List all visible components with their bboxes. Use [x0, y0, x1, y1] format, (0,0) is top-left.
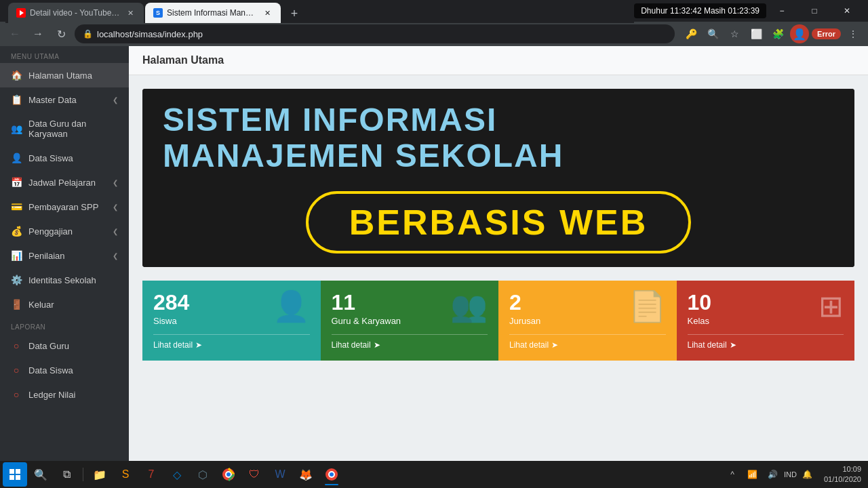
profile-button[interactable]: 👤	[790, 24, 809, 43]
stat-kelas-detail[interactable]: Lihat detail ➤	[688, 334, 844, 350]
sidebar-item-laporan-siswa[interactable]: ○ Data Siswa	[0, 358, 129, 382]
sidebar-item-penggajian[interactable]: 💰 Penggajian ❮	[0, 219, 129, 243]
content-area: SISTEM INFORMASI MANAJEMEN SEKOLAH BERBA…	[129, 75, 868, 374]
tab-youtube-title: Detail video - YouTube Studio	[30, 8, 121, 18]
tab-youtube-close[interactable]: ✕	[125, 7, 136, 18]
banner-web-box: BERBASIS WEB	[306, 191, 691, 253]
banner-area: SISTEM INFORMASI MANAJEMEN SEKOLAH BERBA…	[142, 89, 854, 267]
sidebar-item-pembayaran[interactable]: 💳 Pembayaran SPP ❮	[0, 195, 129, 219]
taskbar-chrome-active[interactable]	[319, 462, 344, 487]
lock-icon: 🔒	[83, 29, 93, 39]
stat-guru-detail[interactable]: Lihat detail ➤	[332, 334, 488, 350]
sidebar-item-penilaian[interactable]: 📊 Penilaian ❮	[0, 243, 129, 268]
master-data-icon: 📋	[11, 94, 22, 105]
siswa-icon: 👤	[11, 152, 22, 163]
taskbar-antivirus[interactable]: 🛡	[242, 462, 267, 487]
stats-row: 284 Siswa 👤 Lihat detail ➤ 11 Guru & Kar…	[142, 281, 854, 361]
home-icon: 🏠	[11, 70, 22, 81]
new-tab-button[interactable]: +	[285, 4, 304, 23]
banner-title2: MANAJEMEN SEKOLAH	[163, 138, 834, 174]
stat-siswa-detail[interactable]: Lihat detail ➤	[153, 334, 310, 350]
svg-rect-0	[9, 469, 14, 474]
main-content: Halaman Utama SISTEM INFORMASI MANAJEMEN…	[129, 46, 868, 464]
banner-title1: SISTEM INFORMASI	[163, 102, 834, 138]
sidebar-penilaian-label: Penilaian	[28, 251, 106, 261]
penilaian-arrow-icon: ❮	[113, 252, 118, 260]
sidebar-jadwal-label: Jadwal Pelajaran	[28, 178, 106, 188]
stat-guru: 11 Guru & Karyawan 👥 Lihat detail ➤	[321, 281, 499, 361]
url-bar[interactable]: 🔒 localhost/simasa/index.php	[75, 24, 675, 43]
minimize-button[interactable]: −	[766, 0, 797, 22]
profile-avatar: 👤	[793, 28, 806, 41]
youtube-favicon	[16, 8, 26, 18]
taskbar-winrar[interactable]: 7	[139, 462, 163, 487]
laporan-guru-icon: ○	[11, 340, 22, 351]
sidebar-item-jadwal[interactable]: 📅 Jadwal Pelajaran ❮	[0, 170, 129, 195]
sidebar: MENU UTAMA 🏠 Halaman Utama 📋 Master Data…	[0, 46, 129, 464]
taskbar-vscode[interactable]: ◇	[165, 462, 189, 487]
stat-jurusan: 2 Jurusan 📄 Lihat detail ➤	[498, 281, 677, 361]
cast-icon[interactable]: ⬜	[747, 24, 766, 43]
taskbar-chrome[interactable]	[216, 462, 241, 487]
extensions-icon[interactable]: 🧩	[768, 24, 787, 43]
taskbar-firefox[interactable]: 🦊	[294, 462, 318, 487]
laporan-label: LAPORAN	[0, 317, 129, 333]
sidebar-item-data-siswa[interactable]: 👤 Data Siswa	[0, 146, 129, 170]
show-hidden-icons[interactable]: ^	[723, 465, 742, 484]
sidebar-siswa-label: Data Siswa	[28, 153, 118, 163]
taskbar-explorer[interactable]: 📁	[87, 462, 112, 487]
taskbar-sublimetext[interactable]: S	[113, 462, 138, 487]
back-button[interactable]: ←	[5, 24, 24, 43]
penilaian-icon: 📊	[11, 250, 22, 261]
maximize-button[interactable]: □	[799, 0, 830, 22]
pembayaran-arrow-icon: ❮	[113, 203, 118, 211]
taskbar-clock[interactable]: 10:09 01/10/2020	[820, 464, 865, 485]
sidebar-master-data-label: Master Data	[28, 95, 106, 105]
sidebar-item-ledger-nilai[interactable]: ○ Ledger Nilai	[0, 382, 129, 407]
kelas-stat-icon: ⊞	[818, 289, 844, 323]
taskbar-word[interactable]: W	[268, 462, 292, 487]
sidebar-pembayaran-label: Pembayaran SPP	[28, 202, 106, 212]
keluar-icon: 🚪	[11, 299, 22, 310]
error-badge[interactable]: Error	[812, 28, 841, 39]
guru-stat-icon: 👥	[450, 289, 488, 324]
window-controls: − □ ✕	[766, 0, 863, 22]
taskbar-vmware[interactable]: ⬡	[191, 462, 215, 487]
star-icon[interactable]: ☆	[725, 24, 744, 43]
volume-icon[interactable]: 🔊	[764, 465, 783, 484]
reload-button[interactable]: ↻	[52, 24, 71, 43]
ledger-icon: ○	[11, 389, 22, 400]
menu-icon[interactable]: ⋮	[844, 24, 863, 43]
tab-simasa[interactable]: S Sistem Informasi Manajemen - S... ✕	[145, 3, 281, 23]
svg-rect-1	[16, 469, 20, 474]
arrow-right-icon: ➤	[195, 340, 202, 350]
sidebar-item-master-data[interactable]: 📋 Master Data ❮	[0, 87, 129, 112]
network-icon[interactable]: 📶	[743, 465, 762, 484]
taskbar: 🔍 ⧉ 📁 S 7 ◇ ⬡ 🛡 W 🦊 ^ 📶 🔊 IND 🔔	[0, 461, 868, 488]
tab-youtube[interactable]: Detail video - YouTube Studio ✕	[8, 3, 144, 23]
stat-jurusan-detail[interactable]: Lihat detail ➤	[509, 334, 666, 350]
sidebar-ledger-label: Ledger Nilai	[28, 390, 118, 400]
jurusan-stat-icon: 📄	[629, 289, 666, 324]
sidebar-item-data-guru-karyawan[interactable]: 👥 Data Guru dan Karyawan	[0, 112, 129, 146]
sidebar-item-halaman-utama[interactable]: 🏠 Halaman Utama	[0, 63, 129, 87]
notification-icon[interactable]: 🔔	[798, 465, 817, 484]
tab-simasa-close[interactable]: ✕	[262, 7, 273, 18]
arrow-right-icon3: ➤	[551, 340, 558, 350]
close-button[interactable]: ✕	[831, 0, 863, 22]
svg-point-9	[330, 472, 334, 476]
identitas-icon: ⚙️	[11, 274, 22, 285]
system-tray: ^ 📶 🔊 IND 🔔	[723, 465, 817, 484]
search-taskbar-button[interactable]: 🔍	[28, 462, 53, 487]
page-title: Halaman Utama	[142, 54, 224, 66]
sidebar-item-keluar[interactable]: 🚪 Keluar	[0, 292, 129, 317]
password-icon[interactable]: 🔑	[682, 24, 701, 43]
start-button[interactable]	[3, 462, 27, 487]
sidebar-item-laporan-guru[interactable]: ○ Data Guru	[0, 333, 129, 358]
task-view-button[interactable]: ⧉	[54, 462, 79, 487]
arrow-right-icon2: ➤	[374, 340, 380, 350]
search-icon[interactable]: 🔍	[703, 24, 722, 43]
stat-kelas: 10 Kelas ⊞ Lihat detail ➤	[677, 281, 855, 361]
forward-button[interactable]: →	[28, 24, 47, 43]
sidebar-item-identitas[interactable]: ⚙️ Identitas Sekolah	[0, 268, 129, 292]
